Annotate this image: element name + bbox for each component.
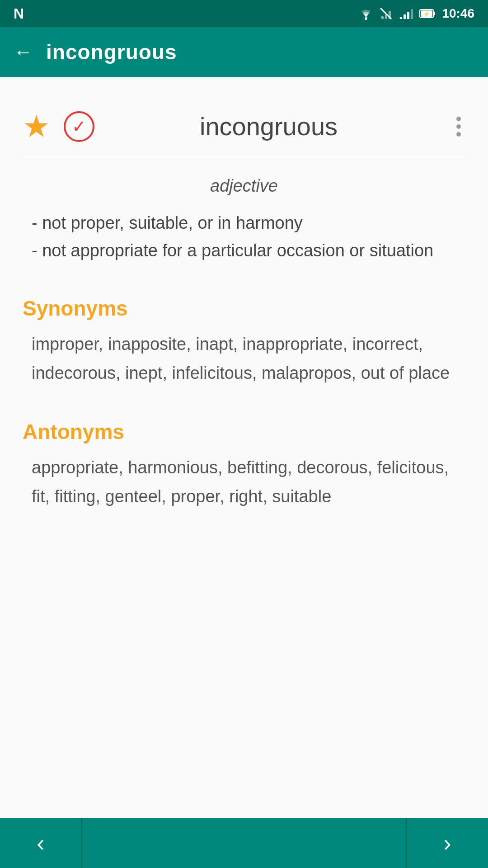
more-dot-1: [456, 117, 461, 121]
more-dot-3: [456, 132, 461, 137]
next-arrow-icon: ›: [443, 830, 451, 857]
svg-rect-10: [433, 12, 435, 15]
checkmark-icon: ✓: [72, 117, 86, 137]
antonyms-header: Antonyms: [23, 420, 465, 444]
prev-button[interactable]: ‹: [0, 818, 81, 868]
svg-rect-4: [389, 11, 391, 19]
svg-text:⚡: ⚡: [423, 11, 430, 17]
lte-signal-icon: [399, 7, 414, 20]
prev-arrow-icon: ‹: [37, 830, 44, 857]
svg-rect-3: [385, 14, 387, 19]
definition-text: - not proper, suitable, or in harmony - …: [32, 209, 465, 264]
part-of-speech: adjective: [23, 176, 465, 196]
main-content: ★ ✓ incongruous adjective - not proper, …: [0, 77, 488, 818]
app-bar: ← incongruous: [0, 27, 488, 77]
svg-rect-8: [411, 9, 413, 19]
divider-top: [23, 158, 465, 158]
more-dot-2: [456, 124, 461, 129]
svg-rect-2: [381, 16, 384, 19]
status-time: 10:46: [442, 6, 474, 21]
signal-cross-icon: [380, 7, 394, 20]
nougat-logo-icon: N: [14, 5, 24, 22]
more-options-button[interactable]: [452, 112, 465, 141]
nav-center-space: [81, 818, 407, 868]
app-bar-title: incongruous: [46, 40, 177, 64]
back-button[interactable]: ←: [14, 41, 33, 63]
synonyms-header: Synonyms: [23, 296, 465, 321]
status-bar: N ⚡ 10:46: [0, 0, 488, 27]
battery-icon: ⚡: [419, 7, 436, 20]
antonyms-content: appropriate, harmonious, befitting, deco…: [32, 453, 465, 511]
synonyms-content: improper, inapposite, inapt, inappropria…: [32, 330, 465, 388]
status-bar-right: ⚡ 10:46: [358, 6, 474, 21]
next-button[interactable]: ›: [407, 818, 488, 868]
wifi-icon: [358, 7, 374, 20]
svg-rect-5: [400, 17, 402, 19]
word-display: incongruous: [99, 112, 438, 141]
svg-point-0: [365, 17, 367, 20]
favorite-star-icon[interactable]: ★: [23, 108, 50, 144]
word-header: ★ ✓ incongruous: [23, 95, 465, 153]
svg-rect-6: [404, 14, 406, 19]
check-circle-icon[interactable]: ✓: [64, 111, 94, 142]
status-bar-left: N: [14, 5, 24, 22]
bottom-nav: ‹ ›: [0, 818, 488, 868]
svg-rect-7: [407, 12, 409, 19]
